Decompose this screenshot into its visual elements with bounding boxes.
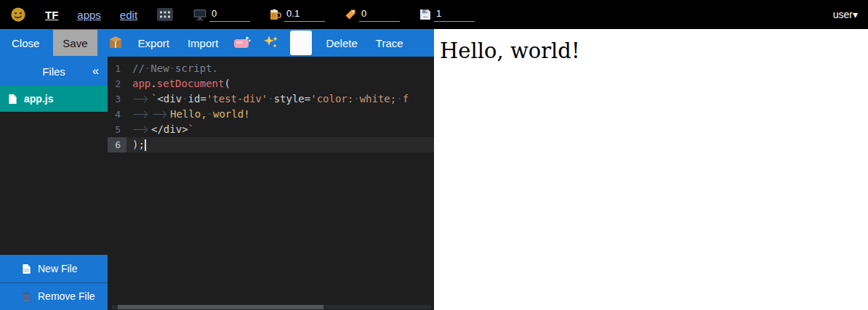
code-line: Hello,·world! (126, 107, 434, 122)
code-token: 'color: (310, 93, 353, 105)
new-file-icon (22, 264, 31, 274)
beer-count-field[interactable]: 0.1 (284, 8, 325, 22)
soap-button[interactable] (232, 29, 252, 57)
gutter-line-number: 1 (108, 61, 126, 76)
remove-file-label: Remove File (38, 290, 95, 302)
sparkles-icon (263, 34, 279, 52)
tab-whitespace-marker (132, 122, 151, 137)
gutter-line-number: 6 (108, 137, 126, 152)
files-sidebar: Files « app.js (0, 57, 108, 310)
file-name: app.js (24, 93, 53, 105)
code-token: white; (360, 93, 397, 105)
code-line: app.setDocument( (126, 76, 434, 91)
main-area: Close Save Export Import (0, 29, 868, 310)
code-token: 'test-div' (206, 93, 268, 105)
trash-icon (22, 291, 31, 302)
code-token: setDocument (157, 78, 225, 89)
code-token: · (207, 108, 213, 120)
code-token: Hello, (170, 108, 207, 120)
horizontal-scrollbar[interactable] (112, 305, 431, 309)
code-line: ); (126, 137, 434, 152)
code-token: id= (188, 93, 206, 105)
delete-button[interactable]: Delete (321, 29, 361, 57)
gutter-line-number: 4 (108, 107, 126, 122)
app-root: TF apps edit 0 (0, 0, 868, 310)
smirk-face-icon[interactable] (10, 7, 26, 23)
close-button[interactable]: Close (7, 29, 44, 57)
code-token: script. (175, 62, 218, 74)
code-token: world! (213, 108, 250, 120)
remove-file-button[interactable]: Remove File (0, 282, 108, 310)
code-token: style= (274, 93, 311, 105)
code-token: f (403, 93, 409, 105)
tag-count-field[interactable]: 0 (359, 8, 400, 22)
code-token: . (150, 78, 156, 89)
code-token: · (182, 93, 188, 105)
files-title: Files (42, 65, 65, 78)
new-file-button[interactable]: New File (0, 255, 108, 282)
tab-whitespace-marker (132, 91, 151, 107)
file-item-appjs[interactable]: app.js (0, 86, 108, 112)
monitor-count-field[interactable]: 0 (209, 8, 250, 22)
gutter-line-number: 3 (108, 91, 126, 107)
editor-scroll-area: 123456 //·New·script.app.setDocument(`<d… (108, 57, 434, 152)
preview-text: Hello, world! (440, 38, 862, 63)
stat-tag: 0 (344, 8, 400, 22)
code-line: //·New·script. (126, 61, 434, 76)
code-token: · (169, 62, 175, 74)
export-button[interactable]: Export (134, 29, 174, 57)
collapse-sidebar-button[interactable]: « (92, 65, 99, 78)
editor-code[interactable]: //·New·script.app.setDocument(`<div·id='… (126, 61, 434, 152)
code-token: · (396, 93, 402, 105)
text-cursor (145, 139, 146, 151)
code-token: · (268, 93, 273, 105)
scrollbar-thumb[interactable] (118, 305, 324, 309)
apps-link[interactable]: apps (77, 9, 101, 21)
save-button[interactable]: Save (53, 30, 97, 56)
code-token: <div (157, 93, 182, 105)
blank-button[interactable] (290, 30, 312, 55)
floppy-icon (419, 8, 432, 21)
stat-beer: 0.1 (269, 8, 325, 22)
preview-pane: Hello, world! (434, 29, 868, 310)
trace-button[interactable]: Trace (371, 29, 408, 57)
sparkles-button[interactable] (262, 29, 281, 57)
user-menu[interactable]: user▾ (833, 9, 858, 20)
stat-monitor: 0 (193, 8, 250, 22)
package-button[interactable] (107, 29, 124, 57)
code-token: New (150, 62, 169, 74)
code-token: app (132, 78, 150, 89)
soap-icon (233, 36, 251, 51)
tf-link[interactable]: TF (45, 9, 58, 21)
floppy-count-field[interactable]: 1 (434, 8, 475, 22)
monitor-icon (193, 8, 207, 21)
gutter-line-number: 5 (108, 122, 126, 137)
code-token: ); (132, 139, 145, 150)
workspace: Files « app.js (0, 57, 434, 310)
apps-grid-icon[interactable] (156, 7, 174, 22)
tab-whitespace-marker (151, 107, 170, 122)
beer-icon (269, 8, 282, 21)
files-header: Files « (0, 57, 108, 86)
tab-whitespace-marker (132, 107, 151, 122)
code-line: </div>` (126, 122, 434, 137)
code-token: · (353, 93, 359, 105)
code-token: ( (224, 78, 230, 89)
code-token: ` (188, 123, 194, 135)
tag-icon (344, 8, 357, 21)
editor-gutter: 123456 (108, 61, 126, 152)
code-token: // (132, 62, 145, 74)
code-editor[interactable]: 123456 //·New·script.app.setDocument(`<d… (108, 57, 434, 310)
gutter-line-number: 2 (108, 76, 126, 91)
sidebar-empty-space (0, 112, 108, 255)
package-icon (108, 35, 123, 52)
editor-panel: Close Save Export Import (0, 29, 434, 310)
editor-toolbar: Close Save Export Import (0, 29, 434, 57)
edit-link[interactable]: edit (120, 9, 137, 21)
import-button[interactable]: Import (183, 29, 223, 57)
stat-floppy: 1 (419, 8, 475, 22)
code-line: `<div·id='test-div'·style='color:·white;… (126, 91, 434, 107)
file-icon (8, 94, 17, 105)
new-file-label: New File (38, 263, 77, 274)
code-token: </div> (151, 123, 188, 135)
